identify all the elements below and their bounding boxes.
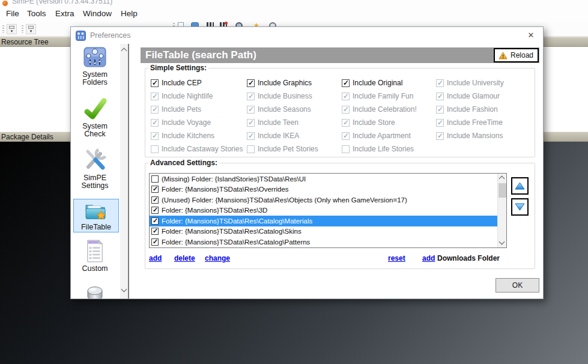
- path-row[interactable]: Folder: {Mansions}TSData\Res\Catalog\Mat…: [150, 216, 497, 226]
- checkbox-box: [247, 119, 255, 127]
- menu-window[interactable]: Window: [83, 9, 112, 18]
- checkbox-include-teen[interactable]: Include Teen: [247, 118, 299, 127]
- checkbox-include-university[interactable]: Include University: [436, 79, 504, 87]
- checkbox-label: Include Business: [258, 92, 312, 100]
- checkbox-include-seasons[interactable]: Include Seasons: [247, 105, 311, 114]
- checkbox-box: [151, 238, 159, 246]
- change-link[interactable]: change: [205, 254, 230, 262]
- screen: SimPE (Version 0.73.44.37511) File Tools…: [0, 0, 588, 364]
- checkbox-label: Include Fashion: [447, 105, 498, 114]
- checkbox-box: [151, 196, 159, 204]
- menu-extra[interactable]: Extra: [55, 9, 74, 18]
- menu-file[interactable]: File: [6, 9, 19, 18]
- checkbox-box: [247, 93, 255, 100]
- checkbox-label: Include Castaway Stories: [162, 145, 243, 153]
- move-down-button[interactable]: [511, 198, 529, 216]
- checkbox-label: Include Store: [353, 118, 395, 127]
- toolbar-grip[interactable]: [22, 25, 23, 33]
- path-text: (Unused) Folder: {Mansions}TSData\Res\Ob…: [162, 196, 407, 204]
- checkbox-box: [247, 79, 255, 87]
- toolbar-dropdown-button[interactable]: ▾: [7, 24, 17, 34]
- warning-icon: [499, 52, 508, 59]
- sidebar-scrollbar[interactable]: [120, 44, 129, 299]
- delete-link[interactable]: delete: [174, 254, 195, 262]
- path-row[interactable]: (Unused) Folder: {Mansions}TSData\Res\Ob…: [150, 195, 497, 205]
- checkbox-box: [151, 217, 159, 225]
- path-row[interactable]: Folder: {Mansions}TSData\Res\3D: [150, 205, 497, 216]
- sidebar-item-simpe-settings[interactable]: SimPE Settings: [72, 148, 118, 190]
- dialog-titlebar[interactable]: Preferences ✕: [71, 27, 543, 44]
- filetable-path-list[interactable]: (Missing) Folder: {IslandStories}TSData\…: [149, 173, 507, 248]
- reset-link[interactable]: reset: [388, 254, 405, 262]
- sidebar-item-custom[interactable]: Custom: [72, 240, 118, 273]
- checkbox-label: Include Life Stories: [353, 145, 414, 153]
- checkbox-include-celebration[interactable]: Include Celebration!: [342, 105, 417, 114]
- checkbox-include-kitchens[interactable]: Include Kitchens: [151, 132, 214, 140]
- checkbox-include-nightlife[interactable]: Include Nightlife: [151, 92, 213, 100]
- add-downloads-link[interactable]: add: [422, 254, 435, 262]
- reload-button[interactable]: Reload: [494, 48, 539, 62]
- checkbox-box: [151, 132, 159, 140]
- checkbox-include-pets[interactable]: Include Pets: [151, 105, 201, 114]
- checkbox-include-graphics[interactable]: Include Graphics: [247, 79, 312, 87]
- chevron-down-icon: ▾: [7, 29, 16, 33]
- sidebar-item-database[interactable]: [72, 285, 118, 299]
- checkbox-box: [342, 106, 350, 114]
- checkbox-include-life-stories[interactable]: Include Life Stories: [342, 145, 414, 153]
- checkbox-include-apartment[interactable]: Include Apartment: [342, 132, 411, 140]
- menu-help[interactable]: Help: [121, 9, 138, 18]
- path-row[interactable]: (Missing) Folder: {IslandStories}TSData\…: [150, 174, 497, 184]
- checkbox-label: Include FreeTime: [447, 118, 503, 127]
- scroll-down-icon[interactable]: [121, 287, 127, 293]
- checkbox-include-original[interactable]: Include Original: [342, 79, 402, 87]
- scroll-up-icon[interactable]: [121, 48, 127, 54]
- toolbar-dropdown-button[interactable]: ▾: [26, 24, 36, 34]
- downloads-folder-label: Downloads Folder: [437, 254, 500, 262]
- checkbox-include-family-fun[interactable]: Include Family Fun: [342, 92, 413, 100]
- checkbox-box: [436, 119, 444, 127]
- ok-button[interactable]: OK: [496, 278, 539, 293]
- app-titlebar[interactable]: SimPE (Version 0.73.44.37511): [0, 0, 588, 6]
- checkbox-include-voyage[interactable]: Include Voyage: [151, 118, 211, 127]
- checkbox-include-freetime[interactable]: Include FreeTime: [436, 118, 503, 127]
- checkbox-label: Include Nightlife: [162, 92, 213, 100]
- menu-tools[interactable]: Tools: [27, 9, 46, 18]
- checkbox-include-fashion[interactable]: Include Fashion: [436, 105, 498, 114]
- checkbox-include-cep[interactable]: Include CEP: [151, 79, 202, 87]
- checkbox-include-castaway-stories[interactable]: Include Castaway Stories: [151, 145, 243, 153]
- checkbox-label: Include IKEA: [258, 132, 299, 140]
- close-icon[interactable]: ✕: [524, 29, 538, 41]
- database-icon: [85, 285, 105, 299]
- checkbox-label: Include Graphics: [258, 79, 312, 87]
- path-row[interactable]: Folder: {Mansions}TSData\Res\Overrides: [150, 184, 497, 195]
- path-text: Folder: {Mansions}TSData\Res\3D: [162, 207, 267, 214]
- sidebar-item-system-folders[interactable]: System Folders: [72, 46, 118, 86]
- filetable-icon: [85, 202, 108, 221]
- checkbox-include-mansions[interactable]: Include Mansions: [436, 132, 503, 140]
- checkbox-include-pet-stories[interactable]: Include Pet Stories: [247, 145, 318, 153]
- dialog-title: Preferences: [90, 31, 130, 40]
- checkbox-label: Include Pets: [162, 105, 201, 114]
- checkbox-box: [342, 119, 350, 127]
- add-link[interactable]: add: [149, 254, 162, 262]
- path-row[interactable]: Folder: {Mansions}TSData\Res\Catalog\Ski…: [150, 226, 497, 237]
- checkbox-include-store[interactable]: Include Store: [342, 118, 395, 127]
- scrollbar-thumb[interactable]: [499, 183, 506, 198]
- path-row[interactable]: Folder: {Mansions}TSData\Res\Catalog\Pat…: [150, 237, 497, 247]
- move-up-button[interactable]: [511, 177, 529, 195]
- path-text: Folder: {Mansions}TSData\Res\Catalog\Ski…: [162, 228, 302, 235]
- sidebar-item-filetable[interactable]: FileTable: [73, 199, 119, 232]
- sidebar-item-system-check[interactable]: System Check: [72, 97, 118, 138]
- custom-document-icon: [85, 240, 105, 262]
- scroll-down-icon[interactable]: [499, 239, 505, 245]
- triangle-down-icon: [515, 203, 525, 211]
- scroll-up-icon[interactable]: [499, 176, 505, 182]
- checkbox-include-business[interactable]: Include Business: [247, 92, 312, 100]
- simpe-logo-icon: [2, 1, 8, 6]
- page-title: FileTable (search Path): [141, 47, 539, 63]
- checkbox-box: [342, 79, 350, 87]
- checkbox-include-glamour[interactable]: Include Glamour: [436, 92, 500, 100]
- checkbox-include-ikea[interactable]: Include IKEA: [247, 132, 299, 140]
- toolbar-grip[interactable]: [2, 25, 4, 33]
- list-scrollbar[interactable]: [497, 174, 506, 247]
